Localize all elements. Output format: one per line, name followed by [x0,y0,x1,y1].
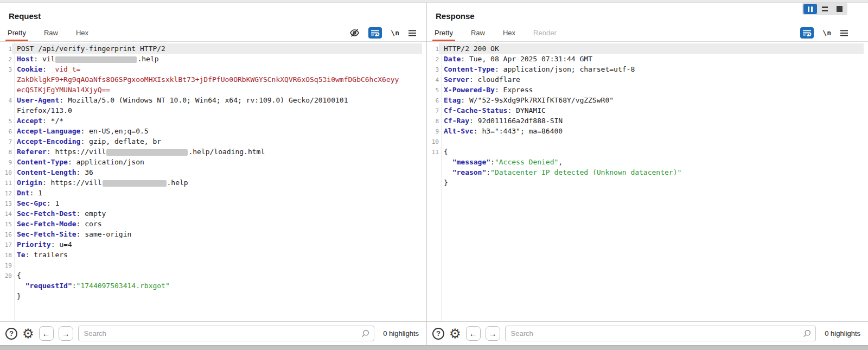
request-title: Request [0,3,426,24]
code-line: "message":"Access Denied", [427,157,868,167]
line-number: 1 [427,43,439,54]
code-line: 9Content-Type: application/json [0,157,426,167]
code-line: } [0,291,426,301]
line-number: 16 [0,229,12,239]
line-number: 7 [427,105,439,116]
show-newlines-icon[interactable]: \n [822,29,831,37]
tab-hex[interactable]: Hex [503,24,515,41]
help-icon[interactable]: ? [432,328,444,340]
code-line: 8Referer: https://vill.help/loading.html [0,147,426,157]
tab-pretty[interactable]: Pretty [435,24,453,41]
help-icon[interactable]: ? [5,328,17,340]
rows-icon [822,7,828,11]
request-panel: Request PrettyRawHex \n [0,3,426,345]
next-match-button[interactable]: → [59,326,73,341]
code-line: 9Alt-Svc: h3=":443"; ma=86400 [427,126,868,136]
code-line: 18Te: trailers [0,250,426,260]
tab-hex[interactable]: Hex [76,24,88,41]
line-number: 4 [0,95,12,105]
request-highlights-count: 0 highlights [383,329,419,338]
hide-nonprintable-icon[interactable] [349,28,360,38]
line-number: 10 [0,167,12,177]
code-line: 5X-Powered-By: Express [427,85,868,95]
response-search-input[interactable] [505,326,816,341]
code-line: 19 [0,260,426,270]
line-number: 8 [427,116,439,126]
code-line: 2Host: vil.help [0,54,426,64]
line-number: 11 [0,177,12,188]
request-editor[interactable]: 1POST /api/verify-fingerprint HTTP/22Hos… [0,42,426,321]
response-searchbar: ? ⚙ ← → 0 highlights [427,321,868,345]
response-panel: Response PrettyRawHexRender \n 1HTTP/2 2… [427,3,868,345]
line-number: 18 [0,250,12,260]
single-pane-icon [837,6,843,12]
code-line: 20{ [0,270,426,281]
redaction-block [106,149,188,156]
code-line: 11Origin: https://vill.help [0,177,426,188]
line-number: 7 [0,136,12,147]
tab-render[interactable]: Render [533,24,557,41]
line-number: 4 [427,74,439,85]
line-number [0,291,12,301]
editor-menu-icon[interactable] [840,29,848,37]
word-wrap-icon[interactable] [368,27,382,39]
line-number: 6 [427,95,439,105]
response-editor[interactable]: 1HTTP/2 200 OK2Date: Tue, 08 Apr 2025 07… [427,42,868,321]
code-line: Firefox/113.0 [0,105,426,116]
layout-toggle-group [802,3,847,15]
code-line: 11{ [427,147,868,157]
tab-pretty[interactable]: Pretty [8,24,26,41]
code-line: "requestId":"1744097503414.rbxgot" [0,281,426,291]
line-number: 9 [0,157,12,167]
previous-match-button[interactable]: ← [466,326,481,341]
columns-icon [808,7,809,12]
code-line: 6Accept-Language: en-US,en;q=0.5 [0,126,426,136]
code-line: 8Cf-Ray: 92d011166a2df888-SIN [427,116,868,126]
line-number [427,157,439,167]
line-number: 17 [0,239,12,250]
code-line: 7Cf-Cache-Status: DYNAMIC [427,105,868,116]
editor-menu-icon[interactable] [408,29,417,37]
line-number: 6 [0,126,12,136]
search-settings-gear-icon[interactable]: ⚙ [22,327,34,340]
code-line: 4User-Agent: Mozilla/5.0 (Windows NT 10.… [0,95,426,105]
line-number: 14 [0,208,12,219]
line-number: 10 [427,136,439,147]
line-number: 9 [427,126,439,136]
layout-rows-button[interactable] [818,4,832,14]
layout-single-button[interactable] [833,4,846,14]
code-line: 15Sec-Fetch-Mode: cors [0,219,426,229]
search-settings-gear-icon[interactable]: ⚙ [449,327,461,340]
response-highlights-count: 0 highlights [825,329,860,338]
request-searchbar: ? ⚙ ← → 0 highlights [0,321,426,345]
show-newlines-icon[interactable]: \n [391,29,399,37]
code-line: 13Sec-Gpc: 1 [0,198,426,208]
code-line: 10Content-Length: 36 [0,167,426,177]
line-number: 19 [0,260,12,270]
layout-columns-button[interactable] [803,4,817,14]
tab-raw[interactable]: Raw [471,24,485,41]
next-match-button[interactable]: → [486,326,500,341]
line-number [427,177,439,188]
code-line: } [427,177,868,188]
line-number: 20 [0,270,12,281]
code-line: 2Date: Tue, 08 Apr 2025 07:31:44 GMT [427,54,868,64]
redaction-block [55,56,137,63]
line-number: 2 [0,54,12,64]
word-wrap-icon[interactable] [800,27,814,39]
line-number [427,167,439,177]
line-number: 15 [0,219,12,229]
code-line: "reason":"Datacenter IP detected (Unknow… [427,167,868,177]
tab-raw[interactable]: Raw [44,24,58,41]
response-tabbar: PrettyRawHexRender \n [427,24,868,42]
request-search-input[interactable] [78,326,375,341]
code-line: 10 [427,136,868,147]
previous-match-button[interactable]: ← [39,326,54,341]
search-icon [803,329,811,340]
code-line: 12Dnt: 1 [0,188,426,198]
code-line: 16Sec-Fetch-Site: same-origin [0,229,426,239]
code-line: 5Accept: */* [0,116,426,126]
code-line: 3Cookie: _vid_t= [0,64,426,74]
code-line: 14Sec-Fetch-Dest: empty [0,208,426,219]
search-icon [361,329,369,340]
